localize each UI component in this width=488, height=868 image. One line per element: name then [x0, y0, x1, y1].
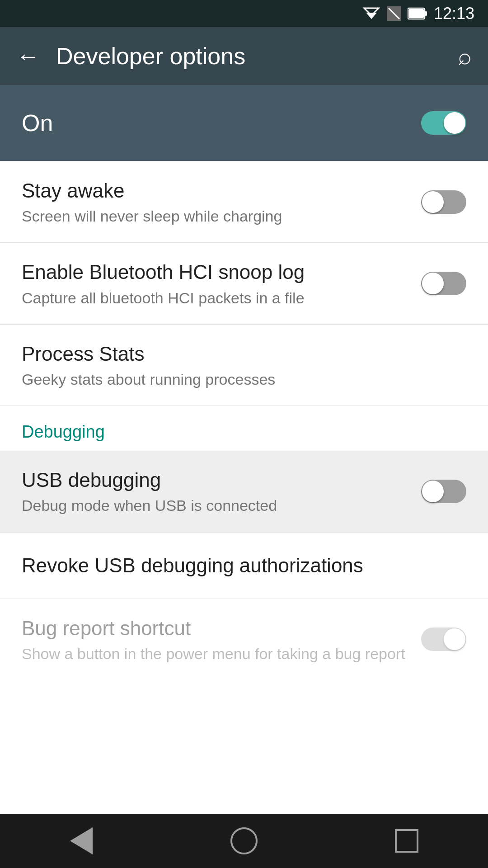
- developer-options-label: On: [22, 109, 53, 137]
- bug-report-subtitle: Show a button in the power menu for taki…: [22, 644, 408, 664]
- usb-debugging-subtitle: Debug mode when USB is connected: [22, 495, 408, 515]
- stay-awake-text: Stay awake Screen will never sleep while…: [22, 178, 421, 226]
- bug-report-item: Bug report shortcut Show a button in the…: [0, 599, 488, 680]
- usb-debugging-title: USB debugging: [22, 467, 408, 493]
- recent-nav-button[interactable]: [389, 823, 425, 859]
- revoke-usb-item[interactable]: Revoke USB debugging authorizations: [0, 533, 488, 599]
- revoke-usb-title: Revoke USB debugging authorizations: [22, 554, 363, 577]
- bug-report-title: Bug report shortcut: [22, 615, 408, 641]
- bluetooth-hci-toggle[interactable]: [421, 272, 466, 295]
- stay-awake-toggle[interactable]: [421, 190, 466, 214]
- toggle-thumb: [444, 628, 465, 650]
- usb-debugging-toggle[interactable]: [421, 480, 466, 503]
- stay-awake-subtitle: Screen will never sleep while charging: [22, 206, 408, 226]
- back-nav-button[interactable]: [63, 823, 99, 859]
- svg-rect-6: [408, 9, 424, 18]
- recent-nav-icon: [395, 829, 418, 853]
- bottom-nav: [0, 814, 488, 868]
- process-stats-title: Process Stats: [22, 341, 453, 367]
- battery-icon: [408, 7, 427, 20]
- search-button[interactable]: ⌕: [458, 42, 472, 70]
- developer-options-toggle[interactable]: [421, 111, 466, 135]
- developer-options-toggle-row[interactable]: On: [0, 85, 488, 161]
- usb-debugging-text: USB debugging Debug mode when USB is con…: [22, 467, 421, 515]
- bluetooth-hci-subtitle: Capture all bluetooth HCI packets in a f…: [22, 288, 408, 308]
- stay-awake-title: Stay awake: [22, 178, 408, 203]
- status-time: 12:13: [434, 4, 474, 23]
- toggle-thumb: [444, 112, 465, 134]
- process-stats-subtitle: Geeky stats about running processes: [22, 369, 453, 389]
- toggle-thumb: [422, 191, 444, 213]
- bluetooth-hci-text: Enable Bluetooth HCI snoop log Capture a…: [22, 259, 421, 307]
- home-nav-icon: [230, 827, 258, 854]
- toggle-thumb: [422, 481, 444, 502]
- wifi-icon: [362, 6, 380, 21]
- status-bar: 12:13: [0, 0, 488, 27]
- debugging-section-header: Debugging: [0, 406, 488, 451]
- bluetooth-hci-item[interactable]: Enable Bluetooth HCI snoop log Capture a…: [0, 243, 488, 324]
- back-button[interactable]: ←: [16, 42, 40, 70]
- stay-awake-item[interactable]: Stay awake Screen will never sleep while…: [0, 161, 488, 242]
- process-stats-item[interactable]: Process Stats Geeky stats about running …: [0, 325, 488, 406]
- process-stats-text: Process Stats Geeky stats about running …: [22, 341, 466, 389]
- toolbar: ← Developer options ⌕: [0, 27, 488, 85]
- page-title: Developer options: [56, 42, 441, 70]
- signal-icon: [387, 6, 401, 21]
- bug-report-toggle: [421, 627, 466, 651]
- home-nav-button[interactable]: [226, 823, 262, 859]
- svg-rect-5: [425, 11, 427, 16]
- bug-report-text: Bug report shortcut Show a button in the…: [22, 615, 421, 664]
- toggle-thumb: [422, 273, 444, 294]
- bluetooth-hci-title: Enable Bluetooth HCI snoop log: [22, 259, 408, 285]
- usb-debugging-item[interactable]: USB debugging Debug mode when USB is con…: [0, 451, 488, 532]
- status-icons: 12:13: [362, 4, 474, 23]
- back-nav-icon: [70, 827, 93, 854]
